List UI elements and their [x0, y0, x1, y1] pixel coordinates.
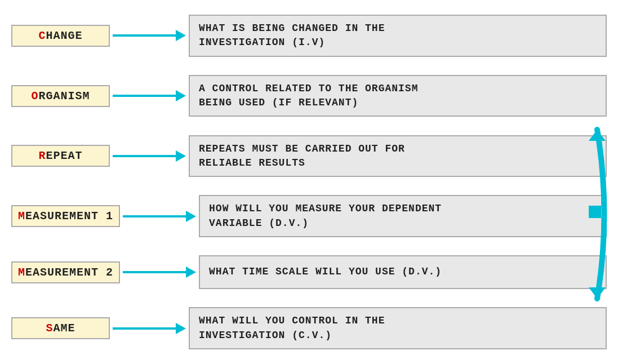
arrow-repeat [110, 150, 189, 162]
description-same: What will you control in theinvestigatio… [189, 307, 607, 349]
arrow-head-organism [176, 90, 186, 101]
row-change: ChangeWhat is being changed in theinvest… [11, 15, 607, 56]
description-change: What is being changed in theinvestigatio… [189, 15, 607, 56]
label-measurement1: Measurement 1 [11, 205, 120, 227]
rest-label-measurement2: easurement 2 [25, 266, 113, 279]
label-repeat: Repeat [11, 145, 110, 167]
arrow-head-measurement2 [186, 267, 196, 278]
description-text-measurement1: How will you measure your dependentvaria… [209, 202, 442, 230]
rest-label-repeat: epeat [46, 149, 83, 162]
rest-label-measurement1: easurement 1 [25, 210, 113, 223]
label-change: Change [11, 25, 110, 47]
row-measurement1: Measurement 1How will you measure your d… [11, 195, 607, 237]
description-text-organism: A control related to the organismbeing u… [199, 82, 418, 110]
main-container: ChangeWhat is being changed in theinvest… [0, 0, 618, 364]
arrow-line-repeat [113, 155, 176, 157]
row-organism: OrganismA control related to the organis… [11, 75, 607, 117]
label-measurement2: Measurement 2 [11, 261, 120, 283]
rest-label-organism: rganism [39, 90, 90, 103]
description-text-same: What will you control in theinvestigatio… [199, 314, 385, 342]
first-letter-measurement1: M [18, 210, 25, 223]
arrow-measurement1 [120, 211, 199, 222]
label-organism: Organism [11, 85, 110, 107]
arrow-measurement2 [120, 267, 199, 278]
arrow-head-same [176, 323, 186, 334]
rest-label-change: hange [46, 29, 83, 42]
description-organism: A control related to the organismbeing u… [189, 75, 607, 117]
arrow-change [110, 30, 189, 41]
first-letter-same: S [46, 322, 53, 335]
arrow-head-change [176, 30, 186, 41]
description-text-measurement2: What time scale will you use (D.V.) [209, 265, 442, 279]
arrow-head-measurement1 [186, 211, 196, 222]
row-repeat: RepeatRepeats must be carried out forrel… [11, 135, 607, 177]
rest-label-same: ame [54, 322, 75, 335]
first-letter-change: C [38, 29, 46, 42]
description-text-change: What is being changed in theinvestigatio… [199, 21, 385, 50]
description-text-repeat: Repeats must be carried out forreliable … [199, 142, 405, 170]
label-same: Same [11, 317, 110, 339]
description-repeat: Repeats must be carried out forreliable … [189, 135, 607, 177]
arrow-line-measurement2 [123, 271, 186, 273]
description-measurement2: What time scale will you use (D.V.) [199, 255, 607, 289]
arrow-line-same [113, 327, 176, 330]
description-measurement1: How will you measure your dependentvaria… [199, 195, 607, 237]
first-letter-measurement2: M [18, 266, 25, 279]
first-letter-organism: O [31, 90, 38, 103]
arrow-line-change [113, 34, 176, 37]
row-same: SameWhat will you control in theinvestig… [11, 307, 607, 349]
arrow-organism [110, 90, 189, 101]
arrow-line-organism [113, 95, 176, 97]
arrow-head-repeat [176, 150, 186, 162]
first-letter-repeat: R [38, 149, 46, 162]
row-measurement2: Measurement 2What time scale will you us… [11, 255, 607, 289]
arrow-line-measurement1 [123, 215, 186, 217]
arrow-same [110, 323, 189, 334]
